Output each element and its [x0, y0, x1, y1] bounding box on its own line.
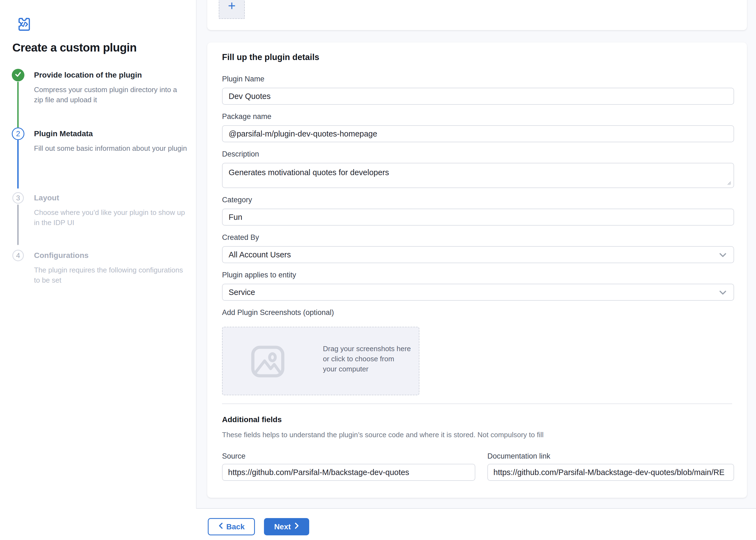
description-label: Description [222, 150, 259, 158]
chevron-right-icon [294, 522, 299, 531]
source-field-group: Source [222, 452, 475, 481]
chevron-down-icon [719, 250, 726, 259]
applies-to-select[interactable]: Service [222, 284, 734, 301]
plugin-details-card: Fill up the plugin details Plugin Name P… [207, 43, 747, 498]
category-input[interactable] [222, 208, 734, 225]
screenshots-label: Add Plugin Screenshots (optional) [222, 308, 334, 317]
plugin-name-input[interactable] [222, 88, 734, 105]
wizard-sidebar: Create a custom plugin Provide location … [0, 0, 196, 509]
source-input[interactable] [222, 464, 475, 481]
sidebar-step-3-description: Choose where you’d like your plugin to s… [34, 207, 188, 228]
dropzone-instructions: Drag your screenshots here or click to c… [323, 344, 411, 374]
upload-summary-card: + [207, 0, 747, 30]
check-icon [14, 70, 22, 80]
additional-fields-subtitle: These fields helps to understand the plu… [222, 431, 544, 439]
back-button-label: Back [226, 522, 245, 531]
step-connector-todo [17, 204, 19, 245]
chevron-down-icon [719, 288, 726, 297]
package-name-input[interactable] [222, 125, 734, 142]
plugin-puzzle-code-icon [14, 15, 32, 34]
created-by-label: Created By [222, 233, 259, 242]
created-by-select[interactable]: All Account Users [222, 246, 734, 263]
documentation-label: Documentation link [487, 452, 551, 460]
sidebar-step-4-title[interactable]: Configurations [34, 251, 88, 260]
additional-fields-heading: Additional fields [222, 415, 282, 424]
chevron-left-icon [218, 522, 223, 531]
step-4-indicator: 4 [12, 250, 24, 261]
applies-to-label: Plugin applies to entity [222, 271, 296, 279]
sidebar-step-3-title[interactable]: Layout [34, 194, 59, 202]
page-title: Create a custom plugin [12, 41, 182, 54]
created-by-value: All Account Users [229, 250, 291, 259]
add-screenshot-tile[interactable]: + [219, 0, 245, 19]
sidebar-step-2-title[interactable]: Plugin Metadata [34, 129, 93, 138]
plugin-name-label: Plugin Name [222, 74, 265, 83]
image-icon [250, 343, 286, 381]
section-divider [222, 403, 732, 404]
back-button[interactable]: Back [208, 518, 255, 535]
package-name-label: Package name [222, 112, 271, 121]
step-connector-done [17, 82, 19, 128]
step-4-number: 4 [16, 251, 20, 260]
screenshot-dropzone[interactable]: Drag your screenshots here or click to c… [222, 327, 420, 395]
description-textarea[interactable]: Generates motivational quotes for develo… [222, 163, 734, 188]
sidebar-step-1-description: Compress your custom plugin directory in… [34, 85, 188, 105]
next-button-label: Next [274, 522, 291, 531]
step-connector-active [17, 140, 19, 189]
step-1-indicator [12, 69, 24, 81]
next-button[interactable]: Next [264, 518, 309, 535]
step-3-indicator: 3 [12, 192, 24, 204]
sidebar-step-2-description: Fill out some basic information about yo… [34, 143, 188, 154]
applies-to-value: Service [229, 288, 255, 297]
source-label: Source [222, 452, 246, 460]
documentation-input[interactable] [487, 464, 734, 481]
category-label: Category [222, 196, 252, 204]
documentation-field-group: Documentation link [487, 452, 734, 481]
sidebar-step-4-description: The plugin requires the following config… [34, 265, 188, 285]
sidebar-step-1-title[interactable]: Provide location of the plugin [34, 71, 142, 79]
step-2-indicator: 2 [12, 127, 24, 140]
step-3-number: 3 [16, 194, 20, 202]
form-heading: Fill up the plugin details [222, 52, 319, 62]
step-2-number: 2 [16, 130, 20, 138]
plus-icon: + [228, 0, 235, 12]
